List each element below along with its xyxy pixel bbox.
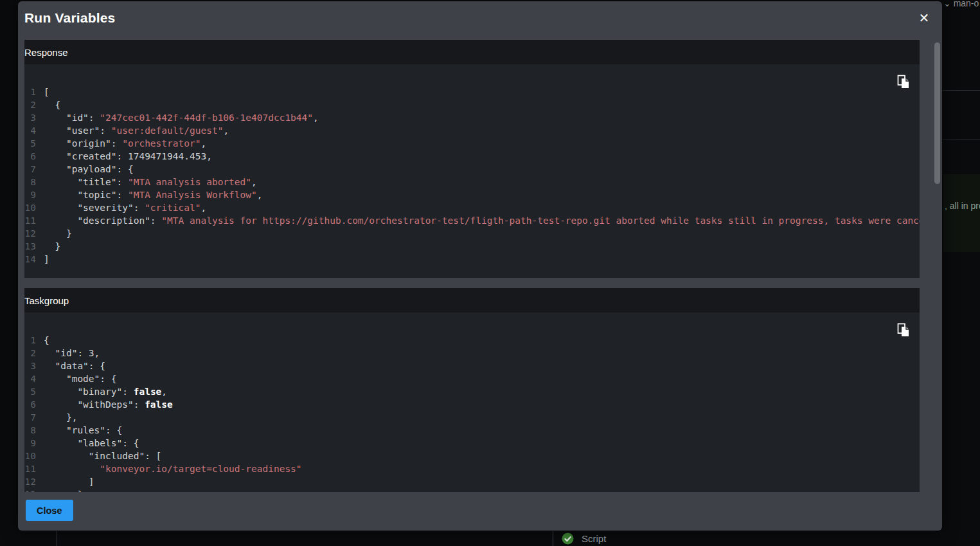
code-line: 5 "origin": "orchestrator", [24, 137, 920, 150]
code-line: 3 "id": "247cec01-442f-44df-b106-1e407dc… [24, 111, 920, 124]
background-divider [57, 531, 57, 546]
run-variables-modal: Run Variables ✕ Response 1[2 {3 "id": "2… [18, 1, 942, 531]
copy-icon[interactable] [895, 321, 913, 339]
close-icon[interactable]: ✕ [914, 8, 934, 28]
code-line: 1[ [24, 86, 920, 98]
code-line: 8 "title": "MTA analysis aborted", [24, 176, 920, 188]
background-alert-panel: , all in pro [943, 174, 980, 252]
code-line: 9 "topic": "MTA Analysis Workflow", [24, 188, 920, 201]
code-line: 3 "data": { [24, 359, 920, 372]
code-line: 10 "severity": "critical", [24, 201, 920, 214]
section-header: Response [24, 40, 920, 64]
code-line: 6 "withDeps": false [24, 398, 920, 411]
code-line: 8 "rules": { [24, 424, 920, 437]
background-divider [943, 140, 980, 140]
modal-sections: Response 1[2 {3 "id": "247cec01-442f-44d… [24, 40, 920, 492]
code-editor: 1{2 "id": 3,3 "data": {4 "mode": {5 "bin… [24, 313, 920, 492]
chevron-down-icon: ⌄ [943, 0, 951, 8]
modal-title: Run Variables [24, 10, 116, 26]
background-text-top-right: ⌄ man-o [943, 0, 979, 8]
close-button[interactable]: Close [26, 500, 73, 521]
script-step-label: Script [582, 532, 606, 545]
code-line: 2 { [24, 98, 920, 111]
code-line: 7 }, [24, 411, 920, 424]
code-line: 5 "binary": false, [24, 385, 920, 398]
code-editor: 1[2 {3 "id": "247cec01-442f-44df-b106-1e… [24, 64, 920, 278]
code-lines: 1{2 "id": 3,3 "data": {4 "mode": {5 "bin… [24, 313, 920, 492]
code-line: 2 "id": 3, [24, 347, 920, 359]
section-label: Taskgroup [24, 295, 69, 306]
code-line: 7 "payload": { [24, 163, 920, 176]
code-line: 11 "konveyor.io/target=cloud-readiness" [24, 462, 920, 475]
code-line: 13 } [24, 240, 920, 253]
background-alert-text: , all in pro [945, 201, 980, 211]
code-line: 11 "description": "MTA analysis for http… [24, 214, 920, 227]
code-line: 4 "user": "user:default/guest", [24, 124, 920, 137]
code-line: 10 "included": [ [24, 450, 920, 462]
code-line: 1{ [24, 334, 920, 347]
copy-icon[interactable] [895, 73, 913, 91]
code-line: 12 ] [24, 475, 920, 488]
code-line: 14] [24, 253, 920, 266]
code-line: 4 "mode": { [24, 372, 920, 385]
code-lines: 1[2 {3 "id": "247cec01-442f-44df-b106-1e… [24, 64, 920, 266]
background-divider [553, 531, 553, 546]
code-line: 13 } [24, 488, 920, 492]
background-divider [943, 90, 980, 91]
code-line: 6 "created": 1749471944.453, [24, 150, 920, 163]
check-circle-icon [562, 532, 574, 545]
section-header: Taskgroup [24, 288, 920, 313]
variable-section: Taskgroup 1{2 "id": 3,3 "data": {4 "mode… [24, 288, 920, 492]
code-line: 9 "labels": { [24, 437, 920, 450]
code-line: 12 } [24, 227, 920, 240]
section-label: Response [24, 47, 68, 58]
variable-section: Response 1[2 {3 "id": "247cec01-442f-44d… [24, 40, 920, 278]
modal-scrollbar-thumb[interactable] [934, 42, 940, 184]
